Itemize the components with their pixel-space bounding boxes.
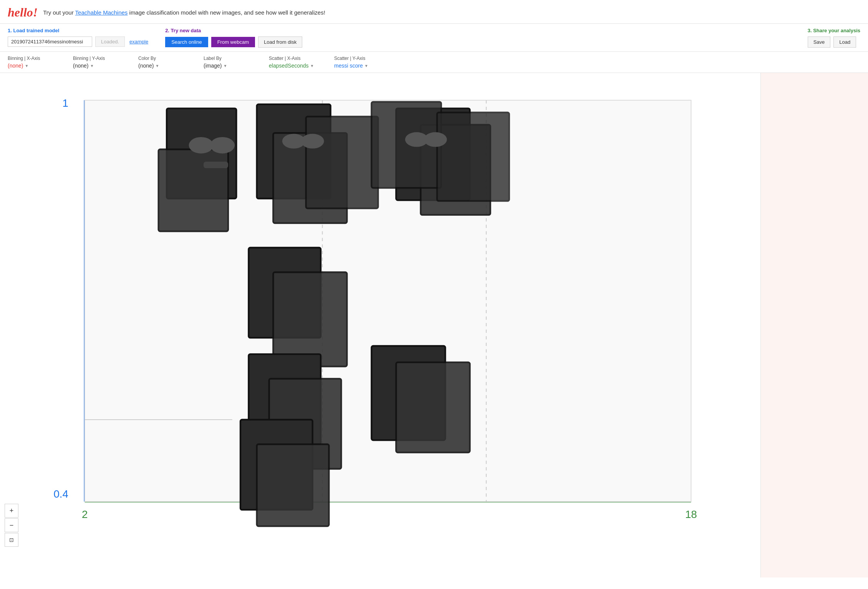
zoom-out-button[interactable]: −: [5, 518, 18, 532]
example-link[interactable]: example: [128, 37, 150, 46]
label-by-value: (image): [204, 63, 222, 69]
load-button[interactable]: Load: [833, 36, 856, 48]
section2: 2. Try new data Search online From webca…: [165, 28, 302, 48]
svg-rect-22: [257, 444, 329, 526]
chart-svg: 1 0.4 2 18: [19, 77, 757, 566]
section1-controls: Loaded. example: [8, 36, 150, 47]
section1-label: 1. Load trained model: [8, 28, 150, 33]
zoom-fit-button[interactable]: ⊡: [5, 533, 18, 547]
section1: 1. Load trained model Loaded. example: [8, 28, 150, 47]
y-axis-min: 0.4: [53, 488, 68, 500]
search-online-button[interactable]: Search online: [165, 37, 208, 47]
scatter-x-arrow: ▼: [310, 64, 314, 68]
scatter-y-value: messi score: [334, 63, 363, 69]
header-description: Try out your Teachable Machines image cl…: [43, 9, 325, 16]
main-area: + − ⊡ 1 0.4 2 18: [0, 73, 868, 577]
section3: 3. Share your analysis Save Load: [808, 28, 860, 48]
binning-y-control: Binning | Y-Axis (none) ▼: [73, 56, 127, 69]
svg-rect-14: [437, 113, 509, 201]
svg-point-23: [189, 137, 214, 154]
svg-point-27: [301, 134, 324, 148]
color-by-control: Color By (none) ▼: [138, 56, 192, 69]
scatter-x-label: Scatter | X-Axis: [269, 56, 323, 61]
save-button[interactable]: Save: [808, 36, 831, 48]
scatter-x-control: Scatter | X-Axis elapsedSeconds ▼: [269, 56, 323, 69]
zoom-controls: + − ⊡: [5, 504, 18, 547]
chart-area: + − ⊡ 1 0.4 2 18: [0, 73, 760, 577]
color-by-value: (none): [138, 63, 154, 69]
teachable-machines-link[interactable]: Teachable Machines: [75, 9, 128, 16]
binning-x-value: (none): [8, 63, 23, 69]
svg-point-24: [210, 137, 235, 154]
right-panel: [760, 73, 868, 577]
color-by-arrow: ▼: [155, 64, 159, 68]
logo: hello!: [8, 5, 38, 20]
y-axis-max: 1: [63, 97, 68, 109]
binning-y-label: Binning | Y-Axis: [73, 56, 127, 61]
binning-y-arrow: ▼: [90, 64, 94, 68]
x-axis-min: 2: [82, 508, 88, 520]
x-axis-max: 18: [685, 508, 697, 520]
controls-row: Binning | X-Axis (none) ▼ Binning | Y-Ax…: [0, 52, 868, 73]
color-by-label: Color By: [138, 56, 192, 61]
load-from-disk-button[interactable]: Load from disk: [258, 36, 302, 48]
from-webcam-button[interactable]: From webcam: [211, 37, 255, 47]
binning-x-control: Binning | X-Axis (none) ▼: [8, 56, 61, 69]
section2-controls: Search online From webcam Load from disk: [165, 36, 302, 48]
label-by-control: Label By (image) ▼: [204, 56, 257, 69]
model-input[interactable]: [8, 36, 92, 47]
header: hello! Try out your Teachable Machines i…: [0, 0, 868, 24]
label-by-label: Label By: [204, 56, 257, 61]
svg-point-29: [424, 132, 447, 147]
binning-y-select-wrap[interactable]: (none) ▼: [73, 63, 127, 69]
scatter-x-value: elapsedSeconds: [269, 63, 309, 69]
binning-x-select-wrap[interactable]: (none) ▼: [8, 63, 61, 69]
toolbar: 1. Load trained model Loaded. example 2.…: [0, 24, 868, 52]
scatter-y-control: Scatter | Y-Axis messi score ▼: [334, 56, 388, 69]
zoom-in-button[interactable]: +: [5, 504, 18, 518]
header-desc-suffix: image classification model with new imag…: [129, 9, 325, 16]
section2-label: 2. Try new data: [165, 28, 302, 33]
scatter-y-label: Scatter | Y-Axis: [334, 56, 388, 61]
color-by-select-wrap[interactable]: (none) ▼: [138, 63, 192, 69]
logo-text: hello!: [8, 5, 38, 19]
svg-rect-25: [204, 162, 228, 168]
svg-rect-10: [306, 117, 378, 208]
label-by-select-wrap[interactable]: (image) ▼: [204, 63, 257, 69]
svg-rect-20: [396, 362, 470, 453]
section3-label: 3. Share your analysis: [808, 28, 860, 33]
scatter-y-arrow: ▼: [364, 64, 368, 68]
scatter-x-select-wrap[interactable]: elapsedSeconds ▼: [269, 63, 323, 69]
section3-controls: Save Load: [808, 36, 860, 48]
binning-x-arrow: ▼: [25, 64, 28, 68]
binning-y-value: (none): [73, 63, 88, 69]
scatter-y-select-wrap[interactable]: messi score ▼: [334, 63, 388, 69]
binning-x-label: Binning | X-Axis: [8, 56, 61, 61]
label-by-arrow: ▼: [223, 64, 227, 68]
svg-rect-16: [273, 272, 347, 366]
header-desc-prefix: Try out your: [43, 9, 75, 16]
loaded-button[interactable]: Loaded.: [95, 36, 125, 47]
